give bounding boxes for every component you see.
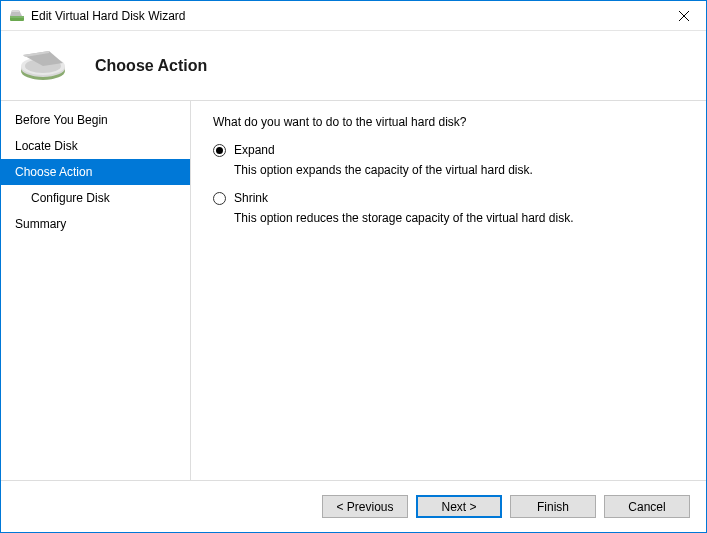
action-prompt: What do you want to do to the virtual ha… (213, 115, 684, 129)
option-shrink-desc: This option reduces the storage capacity… (234, 211, 684, 225)
radio-expand[interactable] (213, 144, 226, 157)
content-area: Before You Begin Locate Disk Choose Acti… (1, 101, 706, 480)
next-button[interactable]: Next > (416, 495, 502, 518)
option-expand-label: Expand (234, 143, 275, 157)
finish-button[interactable]: Finish (510, 495, 596, 518)
step-choose-action[interactable]: Choose Action (1, 159, 190, 185)
step-locate-disk[interactable]: Locate Disk (1, 133, 190, 159)
close-button[interactable] (661, 1, 706, 31)
wizard-footer: < Previous Next > Finish Cancel (1, 480, 706, 532)
option-expand-desc: This option expands the capacity of the … (234, 163, 684, 177)
step-summary[interactable]: Summary (1, 211, 190, 237)
option-shrink[interactable]: Shrink (213, 191, 684, 205)
wizard-steps-sidebar: Before You Begin Locate Disk Choose Acti… (1, 101, 191, 480)
disk-icon (19, 49, 67, 83)
previous-button[interactable]: < Previous (322, 495, 408, 518)
titlebar: Edit Virtual Hard Disk Wizard (1, 1, 706, 31)
cancel-button[interactable]: Cancel (604, 495, 690, 518)
option-shrink-label: Shrink (234, 191, 268, 205)
option-expand[interactable]: Expand (213, 143, 684, 157)
radio-shrink[interactable] (213, 192, 226, 205)
page-heading: Choose Action (95, 57, 207, 75)
svg-rect-1 (10, 16, 24, 18)
step-before-you-begin[interactable]: Before You Begin (1, 107, 190, 133)
step-configure-disk[interactable]: Configure Disk (1, 185, 190, 211)
wizard-header: Choose Action (1, 31, 706, 101)
window-title: Edit Virtual Hard Disk Wizard (31, 9, 186, 23)
app-icon (9, 8, 25, 24)
main-panel: What do you want to do to the virtual ha… (191, 101, 706, 480)
